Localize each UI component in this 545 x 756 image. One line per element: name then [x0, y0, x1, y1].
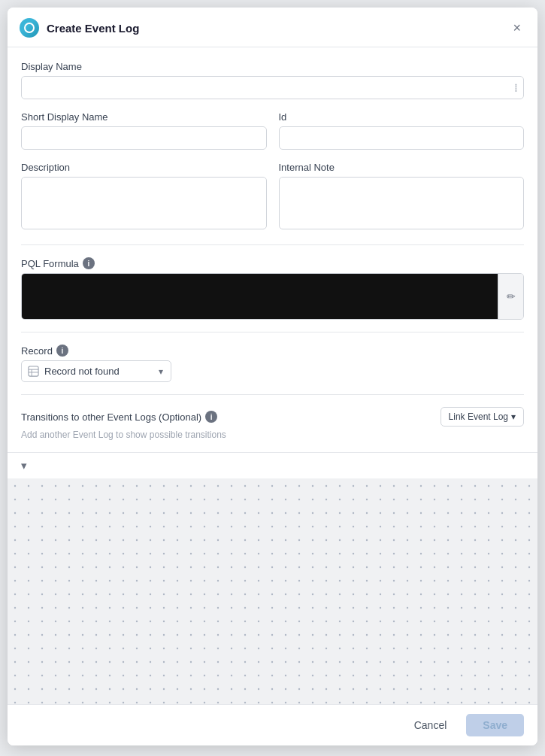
- internal-note-label: Internal Note: [279, 162, 525, 173]
- dot-grid-canvas: [8, 478, 537, 704]
- pql-formula-label: PQL Formula i: [21, 257, 524, 269]
- modal-header: Create Event Log ×: [8, 8, 537, 47]
- display-name-group: Display Name ⁞: [21, 61, 524, 99]
- pql-editor[interactable]: [22, 274, 498, 319]
- short-display-name-label: Short Display Name: [21, 111, 267, 123]
- desc-note-row: Description Internal Note: [21, 162, 524, 232]
- cancel-button[interactable]: Cancel: [402, 714, 459, 736]
- transitions-hint: Add another Event Log to show possible t…: [21, 430, 524, 440]
- modal: Create Event Log × Display Name ⁞ Short …: [8, 8, 537, 745]
- pql-formula-section: PQL Formula i ✏: [21, 257, 524, 320]
- transitions-info-icon: i: [205, 411, 217, 423]
- transitions-header: Transitions to other Event Logs (Optiona…: [21, 407, 524, 427]
- svg-rect-0: [29, 366, 38, 376]
- transitions-label-text: Transitions to other Event Logs (Optiona…: [21, 411, 201, 423]
- description-col: Description: [21, 162, 267, 232]
- close-button[interactable]: ×: [510, 20, 524, 36]
- app-icon-inner: [24, 23, 35, 33]
- internal-note-input[interactable]: [279, 177, 525, 229]
- display-name-label: Display Name: [21, 61, 524, 72]
- input-bars-icon: ⁞: [514, 81, 518, 95]
- display-name-input-wrap: ⁞: [21, 76, 524, 99]
- pql-info-icon: i: [83, 257, 95, 269]
- internal-note-col: Internal Note: [279, 162, 525, 232]
- description-input[interactable]: [21, 177, 267, 229]
- transitions-label: Transitions to other Event Logs (Optiona…: [21, 411, 217, 423]
- divider-3: [21, 394, 524, 395]
- modal-title: Create Event Log: [47, 22, 139, 35]
- modal-body: Display Name ⁞ Short Display Name Id Des…: [8, 47, 537, 452]
- record-dropdown[interactable]: Record not found ▾: [21, 360, 171, 382]
- description-label: Description: [21, 162, 267, 173]
- divider-1: [21, 244, 524, 245]
- collapse-chevron-icon: ▾: [21, 459, 27, 472]
- app-icon: [20, 18, 39, 38]
- record-label: Record i: [21, 345, 524, 357]
- id-input[interactable]: [279, 126, 525, 150]
- divider-2: [21, 332, 524, 332]
- record-table-icon: [28, 366, 39, 377]
- pql-formula-label-text: PQL Formula: [21, 258, 79, 269]
- chevron-down-icon: ▾: [159, 366, 163, 377]
- link-event-log-label: Link Event Log: [449, 411, 508, 422]
- transitions-section: Transitions to other Event Logs (Optiona…: [21, 407, 524, 452]
- short-display-name-input[interactable]: [21, 126, 267, 150]
- pencil-icon: ✏: [507, 290, 516, 302]
- record-section: Record i Record not found ▾: [21, 345, 524, 382]
- modal-header-left: Create Event Log: [20, 18, 139, 38]
- record-select: Record not found ▾: [21, 360, 171, 382]
- link-event-log-caret: ▾: [511, 411, 516, 422]
- pql-edit-button[interactable]: ✏: [498, 274, 523, 319]
- short-display-name-col: Short Display Name: [21, 111, 267, 150]
- display-name-input[interactable]: [21, 76, 524, 99]
- save-button[interactable]: Save: [466, 714, 524, 736]
- link-event-log-button[interactable]: Link Event Log ▾: [441, 407, 524, 427]
- pql-editor-wrap: ✏: [21, 273, 524, 320]
- record-label-text: Record: [21, 345, 53, 357]
- short-id-row: Short Display Name Id: [21, 111, 524, 150]
- record-dropdown-label: Record not found: [44, 366, 153, 377]
- id-label: Id: [279, 111, 525, 123]
- modal-footer: Cancel Save: [8, 704, 537, 745]
- id-col: Id: [279, 111, 525, 150]
- dot-grid-area: [8, 478, 537, 704]
- collapse-row[interactable]: ▾: [8, 452, 537, 478]
- record-info-icon: i: [56, 345, 68, 357]
